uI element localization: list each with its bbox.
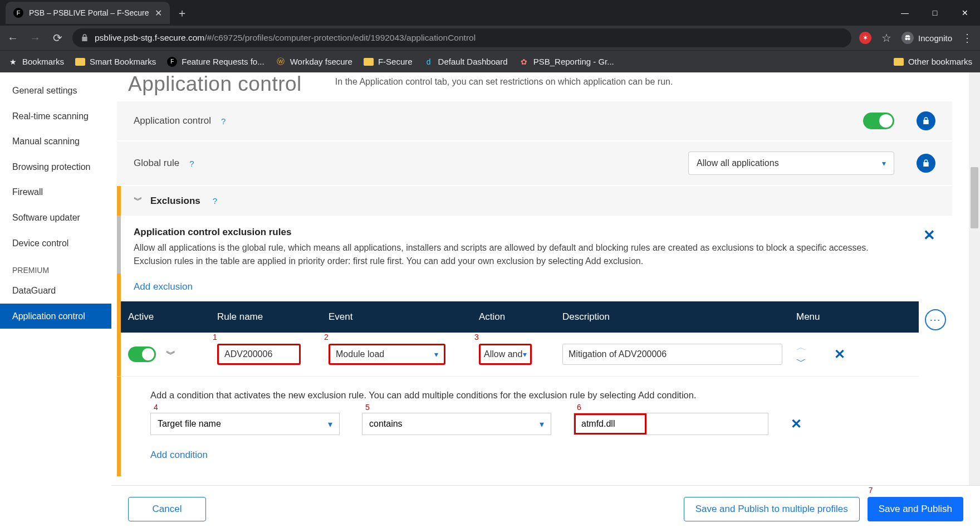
scrollbar[interactable] <box>969 72 980 532</box>
rule-name-input[interactable]: ADV200006 <box>217 344 301 365</box>
exclusions-header[interactable]: ︾ Exclusions ? <box>117 186 952 216</box>
help-icon[interactable]: ? <box>213 196 217 206</box>
annotation-1: 1 <box>213 333 217 341</box>
sidebar-section-premium: PREMIUM <box>0 256 111 278</box>
help-icon[interactable]: ? <box>189 159 194 168</box>
cancel-button[interactable]: Cancel <box>128 497 206 521</box>
bookmark-item[interactable]: ⓦWorkday fsecure <box>276 57 352 67</box>
bookmark-item[interactable]: ★Bookmarks <box>8 57 64 67</box>
chevron-down-icon[interactable]: ﹀ <box>796 355 806 368</box>
other-bookmarks[interactable]: Other bookmarks <box>894 57 972 66</box>
svg-point-1 <box>908 37 910 40</box>
tab-favicon: F <box>13 8 23 18</box>
sidebar-item-firewall[interactable]: Firewall <box>0 179 111 205</box>
close-icon[interactable]: ✕ <box>923 227 935 244</box>
lock-badge-icon[interactable] <box>917 154 935 173</box>
add-condition-link[interactable]: Add condition <box>150 450 208 461</box>
col-rule: Rule name <box>206 301 317 333</box>
save-publish-button[interactable]: Save and Publish <box>868 497 963 521</box>
bookmark-item[interactable]: F-Secure <box>364 57 413 66</box>
tab-close-icon[interactable]: ✕ <box>155 8 162 18</box>
chevron-up-icon[interactable]: ︿ <box>796 340 806 354</box>
annotation-7: 7 <box>869 486 873 495</box>
nav-forward-icon[interactable]: → <box>28 31 42 45</box>
help-icon[interactable]: ? <box>221 116 226 126</box>
footer-bar: Cancel Save and Publish to multiple prof… <box>111 485 980 532</box>
tab-title: PSB – PSBLIVE Portal – F-Secure <box>29 8 149 17</box>
browser-menu-icon[interactable]: ⋮ <box>960 31 974 45</box>
action-select[interactable]: Allow and▾ <box>479 344 532 365</box>
setting-row-app-control: Application control ? <box>117 101 952 141</box>
condition-help-text: Add a condition that activates the new e… <box>150 390 896 401</box>
delete-row-icon[interactable]: ✕ <box>834 346 845 362</box>
incognito-badge: Incognito <box>901 32 952 44</box>
bookmark-item[interactable]: dDefault Dashboard <box>424 57 508 67</box>
select-value: Allow all applications <box>697 158 779 168</box>
chevron-down-icon: ▾ <box>328 419 332 429</box>
window-close-icon[interactable]: ✕ <box>950 2 980 24</box>
col-menu: Menu <box>785 301 919 333</box>
new-tab-button[interactable]: ＋ <box>177 6 188 21</box>
description-input[interactable]: Mitigation of ADV200006 <box>562 344 782 365</box>
browser-titlebar: F PSB – PSBLIVE Portal – F-Secure ✕ ＋ ― … <box>0 0 980 26</box>
condition-value-input[interactable]: atmfd.dll <box>574 413 646 435</box>
extension-icon[interactable]: ✶ <box>859 32 871 44</box>
nav-reload-icon[interactable]: ⟳ <box>50 31 65 45</box>
bookmark-item[interactable]: Smart Bookmarks <box>75 57 156 66</box>
url-text: psblive.psb-stg.f-secure.com/#/c69725/pr… <box>95 33 476 43</box>
delete-condition-icon[interactable]: ✕ <box>791 416 802 432</box>
reorder-arrows[interactable]: ︿ ﹀ <box>796 340 806 368</box>
page-title: Application control <box>128 72 302 96</box>
bookmarks-bar: ★Bookmarks Smart Bookmarks FFeature Requ… <box>0 50 980 72</box>
svg-point-0 <box>905 37 908 40</box>
save-multiple-button[interactable]: Save and Publish to multiple profiles <box>684 497 860 521</box>
condition-op-select[interactable]: contains▾ <box>362 413 551 435</box>
browser-address-bar: ← → ⟳ psblive.psb-stg.f-secure.com/#/c69… <box>0 26 980 50</box>
setting-label: Global rule <box>134 158 179 169</box>
condition-editor: Add a condition that activates the new e… <box>117 377 919 476</box>
chevron-down-icon: ▾ <box>523 350 527 359</box>
more-menu-button[interactable]: ⋯ <box>925 309 946 330</box>
app-control-toggle[interactable] <box>863 113 894 129</box>
scrollbar-thumb[interactable] <box>971 167 978 228</box>
col-event: Event <box>317 301 468 333</box>
exclusion-table-header: Active Rule name Event Action Descriptio… <box>117 301 919 333</box>
expand-icon[interactable]: ︾ <box>166 348 176 361</box>
window-minimize-icon[interactable]: ― <box>890 2 920 24</box>
sidebar-item-software-updater[interactable]: Software updater <box>0 205 111 231</box>
annotation-4: 4 <box>154 403 158 412</box>
sidebar-item-device-control[interactable]: Device control <box>0 231 111 256</box>
exclusion-table-row: ︾ 1 ADV200006 2 Module load▾ <box>117 333 919 377</box>
bookmark-item[interactable]: ✿PSB_Reporting - Gr... <box>519 57 614 67</box>
col-desc: Description <box>551 301 785 333</box>
lock-badge-icon[interactable] <box>917 111 935 130</box>
col-active: Active <box>117 301 206 333</box>
add-exclusion-link[interactable]: Add exclusion <box>134 281 193 292</box>
row-active-toggle[interactable] <box>128 346 156 362</box>
sidebar-item-general[interactable]: General settings <box>0 78 111 104</box>
sidebar-item-realtime[interactable]: Real-time scanning <box>0 104 111 129</box>
nav-back-icon[interactable]: ← <box>6 31 20 45</box>
global-rule-select[interactable]: Allow all applications ▾ <box>688 152 894 175</box>
sidebar-item-browsing[interactable]: Browsing protection <box>0 154 111 180</box>
sidebar-item-manual[interactable]: Manual scanning <box>0 129 111 154</box>
page-subtitle: In the Application control tab, you can … <box>335 72 673 87</box>
window-maximize-icon[interactable]: □ <box>920 2 950 24</box>
url-input[interactable]: psblive.psb-stg.f-secure.com/#/c69725/pr… <box>72 28 851 47</box>
rules-description: Allow all applications is the global rul… <box>134 241 906 268</box>
browser-tab[interactable]: F PSB – PSBLIVE Portal – F-Secure ✕ <box>6 2 170 24</box>
star-icon[interactable]: ☆ <box>879 31 894 45</box>
setting-row-global-rule: Global rule ? Allow all applications ▾ <box>117 141 952 186</box>
event-select[interactable]: Module load▾ <box>329 344 445 365</box>
setting-label: Application control <box>134 115 211 126</box>
exclusions-title: Exclusions <box>150 196 200 207</box>
annotation-2: 2 <box>324 333 329 341</box>
sidebar: General settings Real-time scanning Manu… <box>0 72 111 532</box>
sidebar-item-dataguard[interactable]: DataGuard <box>0 278 111 304</box>
annotation-5: 5 <box>365 403 370 412</box>
chevron-down-icon: ▾ <box>434 350 438 359</box>
sidebar-item-application-control[interactable]: Application control <box>0 304 111 329</box>
bookmark-item[interactable]: FFeature Requests fo... <box>167 57 264 67</box>
condition-field-select[interactable]: Target file name▾ <box>150 413 340 435</box>
chevron-down-icon: ▾ <box>540 419 544 429</box>
